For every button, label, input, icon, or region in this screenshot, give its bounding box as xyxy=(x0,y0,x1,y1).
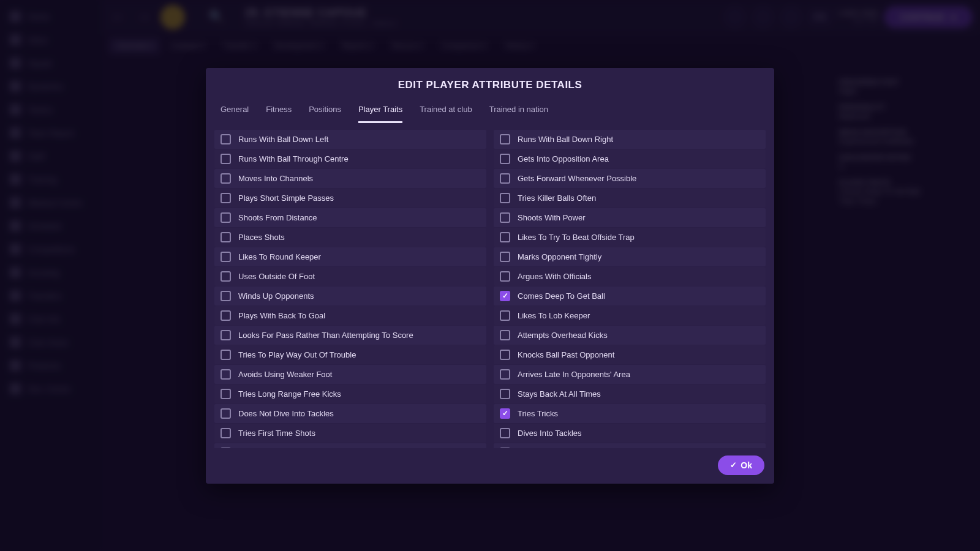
trait-checkbox[interactable] xyxy=(500,252,510,262)
trait-label: Winds Up Opponents xyxy=(238,291,314,301)
trait-row[interactable]: Runs With Ball Down Right xyxy=(494,130,766,149)
trait-checkbox[interactable] xyxy=(221,173,231,184)
trait-checkbox[interactable] xyxy=(500,448,510,448)
trait-checkbox[interactable] xyxy=(500,291,510,301)
trait-checkbox[interactable] xyxy=(500,389,510,399)
trait-label: Moves Into Channels xyxy=(238,174,313,183)
trait-label: Runs With Ball Down Left xyxy=(238,135,328,144)
trait-label: Avoids Using Weaker Foot xyxy=(238,370,332,379)
trait-row[interactable]: Gets Into Opposition Area xyxy=(494,149,766,168)
trait-column-left: Runs With Ball Down LeftRuns With Ball T… xyxy=(214,130,486,448)
trait-row[interactable]: Places Shots xyxy=(214,228,486,247)
trait-row[interactable]: Likes To Round Keeper xyxy=(214,247,486,266)
trait-checkbox[interactable] xyxy=(500,350,510,360)
trait-row[interactable]: Plays With Back To Goal xyxy=(214,306,486,325)
trait-label: Likes To Lob Keeper xyxy=(518,311,590,320)
trait-row[interactable]: Stays Back At All Times xyxy=(494,384,766,403)
trait-row[interactable]: Likes To Try To Beat Offside Trap xyxy=(494,228,766,247)
trait-label: Dives Into Tackles xyxy=(518,429,582,438)
modal-title: EDIT PLAYER ATTRIBUTE DETAILS xyxy=(206,68,774,100)
trait-row[interactable]: Comes Deep To Get Ball xyxy=(494,287,766,305)
trait-label: Gets Forward Whenever Possible xyxy=(518,174,636,183)
trait-checkbox[interactable] xyxy=(500,369,510,380)
trait-checkbox[interactable] xyxy=(500,408,510,419)
trait-row[interactable]: Avoids Using Weaker Foot xyxy=(214,365,486,384)
trait-checkbox[interactable] xyxy=(221,350,231,360)
trait-row[interactable]: Arrives Late In Opponents' Area xyxy=(494,365,766,384)
trait-column-right: Runs With Ball Down RightGets Into Oppos… xyxy=(494,130,766,448)
trait-checkbox[interactable] xyxy=(221,389,231,399)
trait-row[interactable]: Runs With Ball Down Left xyxy=(214,130,486,149)
trait-row[interactable]: Uses Outside Of Foot xyxy=(214,267,486,286)
trait-checkbox[interactable] xyxy=(221,252,231,262)
trait-checkbox[interactable] xyxy=(500,193,510,203)
trait-label: Stays Back At All Times xyxy=(518,389,601,399)
trait-row[interactable]: Moves Into Channels xyxy=(214,169,486,188)
trait-checkbox[interactable] xyxy=(221,271,231,282)
trait-row[interactable]: Tries To Play Way Out Of Trouble xyxy=(214,345,486,364)
modal-tab[interactable]: Trained at club xyxy=(420,100,472,123)
trait-checkbox[interactable] xyxy=(221,232,231,242)
ok-button[interactable]: Ok xyxy=(718,455,764,475)
trait-row[interactable]: Runs With Ball Through Centre xyxy=(214,149,486,168)
trait-checkbox[interactable] xyxy=(500,330,510,340)
trait-row[interactable]: Argues With Officials xyxy=(494,267,766,286)
trait-checkbox[interactable] xyxy=(221,291,231,301)
trait-checkbox[interactable] xyxy=(500,212,510,223)
trait-label: Likes To Round Keeper xyxy=(238,252,321,261)
trait-checkbox[interactable] xyxy=(500,154,510,164)
trait-checkbox[interactable] xyxy=(221,310,231,321)
modal-tabs: GeneralFitnessPositionsPlayer TraitsTrai… xyxy=(206,100,774,124)
trait-label: Tries Tricks xyxy=(518,409,558,418)
trait-checkbox[interactable] xyxy=(221,193,231,203)
trait-checkbox[interactable] xyxy=(500,271,510,282)
trait-label: Runs With Ball Down Right xyxy=(518,135,613,144)
trait-label: Tries To Play Way Out Of Trouble xyxy=(238,350,356,359)
trait-checkbox[interactable] xyxy=(221,134,231,144)
trait-label: Tries First Time Shots xyxy=(238,429,315,438)
trait-row[interactable]: Marks Opponent Tightly xyxy=(494,247,766,266)
trait-checkbox[interactable] xyxy=(500,310,510,321)
trait-label: Shoots With Power xyxy=(518,213,586,222)
trait-row[interactable]: Dives Into Tackles xyxy=(494,424,766,443)
trait-row[interactable]: Winds Up Opponents xyxy=(214,287,486,305)
trait-checkbox[interactable] xyxy=(221,408,231,419)
trait-label: Uses Outside Of Foot xyxy=(238,272,315,281)
modal-tab[interactable]: Player Traits xyxy=(358,100,402,123)
trait-row[interactable]: Shoots From Distance xyxy=(214,208,486,227)
trait-row[interactable]: Tries Long Range Free Kicks xyxy=(214,384,486,403)
trait-label: Marks Opponent Tightly xyxy=(518,252,601,261)
trait-row[interactable]: Looks For Pass Rather Than Attempting To… xyxy=(214,326,486,345)
trait-label: Places Shots xyxy=(238,233,285,242)
trait-row[interactable]: Tries First Time Shots xyxy=(214,424,486,443)
modal-tab[interactable]: Fitness xyxy=(266,100,292,123)
modal-tab[interactable]: Trained in nation xyxy=(489,100,548,123)
trait-checkbox[interactable] xyxy=(221,369,231,380)
trait-checkbox[interactable] xyxy=(500,173,510,184)
modal-tab[interactable]: Positions xyxy=(309,100,341,123)
trait-label: Tries Killer Balls Often xyxy=(518,193,596,203)
trait-checkbox[interactable] xyxy=(221,428,231,438)
trait-checkbox[interactable] xyxy=(221,330,231,340)
trait-checkbox[interactable] xyxy=(221,212,231,223)
trait-row[interactable]: Shoots With Power xyxy=(494,208,766,227)
trait-checkbox[interactable] xyxy=(221,154,231,164)
trait-row[interactable]: Does Not Dive Into Tackles xyxy=(214,404,486,423)
trait-label: Knocks Ball Past Opponent xyxy=(518,350,614,359)
trait-row[interactable]: Likes To Lob Keeper xyxy=(494,306,766,325)
trait-checkbox[interactable] xyxy=(500,428,510,438)
trait-label: Plays With Back To Goal xyxy=(238,311,325,320)
trait-label: Looks For Pass Rather Than Attempting To… xyxy=(238,331,413,340)
modal-tab[interactable]: General xyxy=(221,100,249,123)
trait-row[interactable]: Tries Tricks xyxy=(494,404,766,423)
trait-row[interactable]: Attempts Overhead Kicks xyxy=(494,326,766,345)
trait-row[interactable]: Plays Short Simple Passes xyxy=(214,189,486,208)
trait-checkbox[interactable] xyxy=(221,448,231,448)
trait-checkbox[interactable] xyxy=(500,134,510,144)
trait-checkbox[interactable] xyxy=(500,232,510,242)
trait-row[interactable]: Gets Forward Whenever Possible xyxy=(494,169,766,188)
trait-row[interactable]: Likes Ball Played Into Feet xyxy=(214,443,486,448)
trait-row[interactable]: Cuts Inside From Both Wings xyxy=(494,443,766,448)
trait-row[interactable]: Tries Killer Balls Often xyxy=(494,189,766,208)
trait-row[interactable]: Knocks Ball Past Opponent xyxy=(494,345,766,364)
